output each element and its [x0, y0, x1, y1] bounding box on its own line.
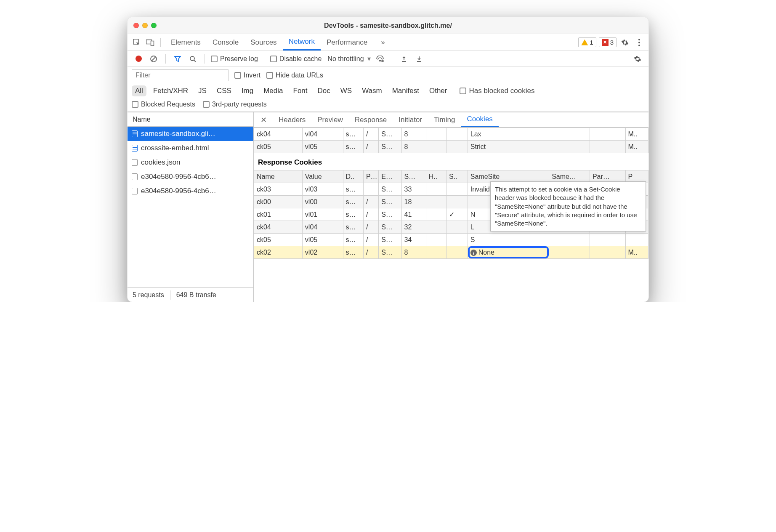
cell-sec [446, 221, 468, 234]
cell-p: / [363, 196, 378, 208]
filter-input[interactable] [132, 69, 229, 81]
col-value[interactable]: Value [302, 170, 343, 183]
checkmark-icon: ✓ [449, 211, 454, 218]
request-item[interactable]: e304e580-9956-4cb6… [128, 184, 253, 198]
cell-h [426, 128, 446, 141]
detail-tab-initiator[interactable]: Initiator [393, 113, 428, 127]
table-row[interactable]: ck04vl04s…/S…8LaxM.. [254, 128, 648, 141]
cell-same [549, 141, 590, 153]
tab-performance[interactable]: Performance [321, 35, 373, 51]
col-secure[interactable]: S.. [446, 170, 468, 183]
cell-d: s… [343, 221, 363, 234]
cell-h [426, 141, 446, 153]
detail-tab-response[interactable]: Response [349, 113, 393, 127]
filter-chip-js[interactable]: JS [195, 85, 210, 96]
separator [205, 54, 205, 64]
col-sameparty[interactable]: Same… [549, 170, 590, 183]
tab-console[interactable]: Console [207, 35, 244, 51]
throttling-select[interactable]: No throttling ▾ [327, 55, 370, 63]
col-samesite[interactable]: SameSite [468, 170, 549, 183]
detail-tabs: ✕ HeadersPreviewResponseInitiatorTimingC… [254, 112, 648, 128]
tab-sources[interactable]: Sources [244, 35, 282, 51]
col-priority[interactable]: P [625, 170, 648, 183]
filter-chip-manifest[interactable]: Manifest [389, 85, 423, 96]
status-bar: 5 requests 649 B transfe [128, 287, 253, 302]
filter-chip-img[interactable]: Img [238, 85, 257, 96]
upload-har-icon[interactable] [398, 53, 410, 65]
cell-p: / [363, 246, 378, 259]
cell-h [426, 208, 446, 221]
request-item[interactable]: samesite-sandbox.gli… [128, 127, 253, 141]
col-path[interactable]: P… [363, 170, 378, 183]
preserve-log-checkbox[interactable]: Preserve log [211, 55, 258, 63]
table-row[interactable]: ck05vl05s…/S…8StrictM.. [254, 141, 648, 153]
cell-par [590, 141, 625, 153]
download-har-icon[interactable] [413, 53, 425, 65]
cell-name: ck00 [254, 196, 303, 208]
cell-sec [446, 246, 468, 259]
filter-chip-wasm[interactable]: Wasm [359, 85, 385, 96]
col-partitionkey[interactable]: Par… [590, 170, 625, 183]
network-settings-icon[interactable] [632, 53, 643, 65]
invert-checkbox[interactable]: Invert [234, 72, 260, 79]
errors-badge[interactable]: ✕ 3 [599, 37, 617, 47]
filter-chip-css[interactable]: CSS [213, 85, 235, 96]
table-row[interactable]: ck05vl05s…/S…34S [254, 234, 648, 246]
col-httponly[interactable]: H.. [426, 170, 446, 183]
filter-chip-doc[interactable]: Doc [314, 85, 334, 96]
clear-button[interactable] [148, 53, 159, 65]
request-item[interactable]: crosssite-embed.html [128, 141, 253, 155]
filter-chip-ws[interactable]: WS [337, 85, 355, 96]
tab-network[interactable]: Network [283, 35, 321, 51]
request-item[interactable]: cookies.json [128, 155, 253, 170]
disable-cache-checkbox[interactable]: Disable cache [270, 55, 322, 63]
request-item[interactable]: e304e580-9956-4cb6… [128, 170, 253, 184]
record-button[interactable] [133, 53, 144, 65]
tab-elements[interactable]: Elements [165, 35, 207, 51]
extra-filter-row: Blocked Requests 3rd-party requests [128, 99, 648, 112]
warnings-badge[interactable]: 1 [578, 37, 596, 47]
cell-s: 8 [401, 128, 426, 141]
detail-tab-headers[interactable]: Headers [273, 113, 311, 127]
third-party-requests-checkbox[interactable]: 3rd-party requests [203, 101, 267, 108]
cell-e: S… [379, 196, 401, 208]
cell-d: s… [343, 128, 363, 141]
device-toolbar-icon[interactable] [144, 37, 156, 48]
settings-icon[interactable] [619, 37, 631, 48]
table-row[interactable]: ck02vl02s…/S…8iNoneM.. [254, 246, 648, 259]
filter-chip-all[interactable]: All [132, 85, 146, 96]
filter-chip-fetchxhr[interactable]: Fetch/XHR [150, 85, 191, 96]
request-name: crosssite-embed.html [141, 144, 209, 152]
devtools-window: DevTools - samesite-sandbox.glitch.me/ E… [127, 17, 649, 302]
filter-row: Invert Hide data URLs [128, 67, 648, 84]
cell-sec: ✓ [446, 208, 468, 221]
has-blocked-cookies-checkbox[interactable]: Has blocked cookies [460, 87, 534, 95]
hide-data-urls-checkbox[interactable]: Hide data URLs [266, 72, 323, 79]
content-pane: Name samesite-sandbox.gli…crosssite-embe… [128, 112, 648, 302]
cell-e: S… [379, 128, 401, 141]
col-name[interactable]: Name [254, 170, 303, 183]
filter-chip-media[interactable]: Media [260, 85, 286, 96]
search-icon[interactable] [187, 53, 199, 65]
col-size[interactable]: S… [401, 170, 426, 183]
close-details-button[interactable]: ✕ [256, 115, 271, 125]
filter-chip-font[interactable]: Font [290, 85, 311, 96]
filter-chip-other[interactable]: Other [426, 85, 451, 96]
network-conditions-icon[interactable] [374, 53, 386, 65]
svg-line-7 [151, 57, 156, 61]
detail-tab-cookies[interactable]: Cookies [461, 113, 498, 127]
more-tabs[interactable]: » [375, 35, 391, 51]
kebab-menu-icon[interactable] [633, 37, 645, 48]
filter-icon[interactable] [172, 53, 183, 65]
cell-name: ck02 [254, 246, 303, 259]
cell-name: ck03 [254, 183, 303, 196]
col-expires[interactable]: E… [379, 170, 401, 183]
cell-sec [446, 234, 468, 246]
svg-rect-2 [151, 41, 154, 45]
inspect-element-icon[interactable] [131, 37, 143, 48]
col-domain[interactable]: D.. [343, 170, 363, 183]
detail-tab-timing[interactable]: Timing [428, 113, 461, 127]
detail-tab-preview[interactable]: Preview [311, 113, 348, 127]
blocked-requests-checkbox[interactable]: Blocked Requests [132, 101, 195, 108]
cell-d: s… [343, 141, 363, 153]
